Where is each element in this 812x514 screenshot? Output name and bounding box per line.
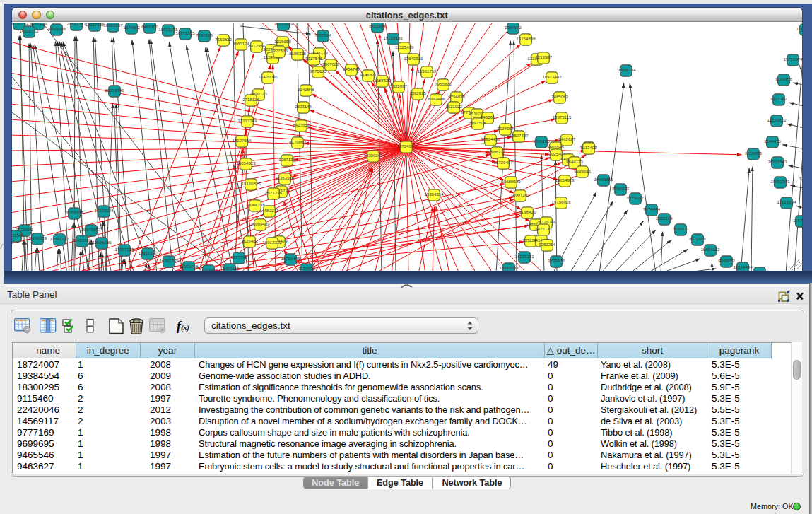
svg-text:8127331: 8127331 bbox=[751, 269, 768, 271]
svg-text:6897508: 6897508 bbox=[469, 120, 486, 125]
svg-text:14136141: 14136141 bbox=[514, 254, 534, 259]
svg-text:3624554: 3624554 bbox=[497, 126, 514, 131]
svg-text:9474444: 9474444 bbox=[643, 206, 660, 211]
svg-text:16782759: 16782759 bbox=[159, 258, 179, 263]
svg-text:16154808: 16154808 bbox=[516, 36, 536, 41]
svg-text:7625402: 7625402 bbox=[241, 238, 258, 243]
svg-text:7632621: 7632621 bbox=[672, 226, 689, 231]
svg-text:16120746: 16120746 bbox=[536, 219, 556, 224]
svg-text:1588520: 1588520 bbox=[374, 78, 391, 83]
svg-text:16648784: 16648784 bbox=[616, 67, 636, 72]
svg-text:19166825: 19166825 bbox=[241, 181, 261, 186]
svg-text:19218506: 19218506 bbox=[383, 35, 403, 40]
svg-text:16671355: 16671355 bbox=[175, 30, 195, 35]
svg-text:8471626: 8471626 bbox=[689, 236, 706, 241]
svg-text:7515526: 7515526 bbox=[196, 33, 213, 37]
svg-text:8938923: 8938923 bbox=[612, 186, 629, 191]
svg-text:20975857: 20975857 bbox=[81, 227, 101, 232]
svg-text:15716485: 15716485 bbox=[281, 256, 300, 261]
svg-text:9463627: 9463627 bbox=[558, 136, 575, 141]
svg-text:12213369: 12213369 bbox=[237, 118, 257, 123]
svg-text:10043093: 10043093 bbox=[499, 265, 519, 270]
svg-text:9227342: 9227342 bbox=[770, 96, 787, 101]
svg-text:14055712: 14055712 bbox=[19, 28, 39, 33]
svg-text:8813054: 8813054 bbox=[369, 23, 386, 28]
svg-text:14982211: 14982211 bbox=[260, 208, 279, 213]
svg-text:8186328: 8186328 bbox=[289, 51, 306, 56]
svg-text:6466160: 6466160 bbox=[141, 24, 158, 29]
svg-text:3675685: 3675685 bbox=[310, 69, 326, 74]
svg-text:15751074: 15751074 bbox=[783, 57, 801, 62]
svg-text:18310741: 18310741 bbox=[12, 23, 29, 25]
svg-text:9129966: 9129966 bbox=[775, 76, 792, 81]
svg-text:10958107: 10958107 bbox=[138, 250, 158, 255]
svg-text:1167534: 1167534 bbox=[793, 218, 801, 223]
svg-text:9465546: 9465546 bbox=[547, 144, 564, 149]
svg-text:20206535: 20206535 bbox=[64, 210, 84, 215]
svg-text:10973493: 10973493 bbox=[542, 74, 562, 79]
svg-text:9415132: 9415132 bbox=[535, 226, 552, 231]
svg-text:18907249: 18907249 bbox=[510, 192, 530, 197]
svg-text:7955822: 7955822 bbox=[435, 81, 452, 86]
svg-text:16409563: 16409563 bbox=[594, 177, 613, 182]
svg-text:9146821: 9146821 bbox=[360, 72, 377, 77]
svg-text:10654112: 10654112 bbox=[701, 247, 720, 252]
svg-text:9113401: 9113401 bbox=[580, 145, 597, 150]
svg-text:12103514: 12103514 bbox=[799, 176, 801, 181]
svg-text:10853267: 10853267 bbox=[103, 23, 123, 28]
svg-text:12093822: 12093822 bbox=[767, 117, 787, 122]
svg-text:17359924: 17359924 bbox=[94, 208, 114, 213]
svg-text:1244415: 1244415 bbox=[764, 139, 781, 144]
svg-text:17957225: 17957225 bbox=[114, 247, 134, 252]
svg-text:18107554: 18107554 bbox=[232, 138, 252, 143]
svg-text:20691406: 20691406 bbox=[47, 26, 66, 31]
svg-text:16210643: 16210643 bbox=[767, 159, 787, 164]
svg-text:9699695: 9699695 bbox=[574, 168, 591, 173]
svg-text:20862181: 20862181 bbox=[66, 23, 86, 26]
svg-text:13640910: 13640910 bbox=[404, 56, 423, 61]
svg-text:10507487: 10507487 bbox=[509, 133, 529, 138]
svg-text:19756928: 19756928 bbox=[551, 199, 571, 204]
svg-text:19692971: 19692971 bbox=[770, 179, 790, 184]
svg-text:11124513: 11124513 bbox=[796, 26, 802, 31]
svg-text:7986372: 7986372 bbox=[488, 149, 505, 154]
svg-text:10688639: 10688639 bbox=[501, 179, 521, 184]
svg-text:9138850: 9138850 bbox=[298, 266, 315, 271]
svg-text:9327505: 9327505 bbox=[271, 48, 288, 53]
svg-text:11451985: 11451985 bbox=[73, 238, 92, 243]
svg-text:10361134: 10361134 bbox=[220, 266, 240, 271]
svg-text:22420046: 22420046 bbox=[258, 74, 278, 79]
svg-text:16033809: 16033809 bbox=[273, 23, 293, 26]
svg-text:1527602: 1527602 bbox=[123, 25, 140, 30]
svg-text:6794028: 6794028 bbox=[448, 94, 465, 99]
svg-text:26053346: 26053346 bbox=[105, 88, 124, 93]
svg-text:19300243: 19300243 bbox=[363, 153, 383, 158]
svg-text:9857791: 9857791 bbox=[230, 255, 247, 259]
svg-text:1621022: 1621022 bbox=[445, 104, 462, 109]
svg-text:1213967: 1213967 bbox=[535, 54, 552, 59]
svg-text:12975115: 12975115 bbox=[553, 115, 572, 119]
svg-text:9252254: 9252254 bbox=[539, 242, 555, 247]
svg-text:8990448: 8990448 bbox=[428, 96, 445, 101]
svg-text:8454749: 8454749 bbox=[343, 66, 360, 71]
svg-text:8871234: 8871234 bbox=[265, 190, 282, 195]
svg-text:2718126: 2718126 bbox=[242, 97, 259, 102]
svg-text:15720407: 15720407 bbox=[493, 160, 513, 165]
svg-text:2935114: 2935114 bbox=[656, 216, 673, 221]
svg-text:9406100: 9406100 bbox=[533, 139, 550, 144]
svg-text:9245652: 9245652 bbox=[718, 258, 735, 263]
svg-text:3226058: 3226058 bbox=[274, 39, 291, 44]
svg-text:9198406: 9198406 bbox=[519, 209, 536, 214]
svg-text:18914404: 18914404 bbox=[733, 264, 753, 269]
svg-text:16961758: 16961758 bbox=[417, 69, 437, 74]
svg-text:2967608: 2967608 bbox=[322, 62, 339, 66]
svg-text:7663822: 7663822 bbox=[215, 37, 232, 42]
svg-text:3911549: 3911549 bbox=[12, 233, 24, 238]
svg-text:2803144: 2803144 bbox=[295, 104, 312, 109]
svg-text:11923448: 11923448 bbox=[180, 264, 199, 269]
svg-text:3822037: 3822037 bbox=[390, 83, 407, 88]
svg-text:4170063: 4170063 bbox=[289, 139, 306, 144]
svg-text:17016504: 17016504 bbox=[777, 199, 796, 204]
svg-text:12942737: 12942737 bbox=[49, 236, 69, 241]
svg-text:19654923: 19654923 bbox=[236, 160, 256, 165]
